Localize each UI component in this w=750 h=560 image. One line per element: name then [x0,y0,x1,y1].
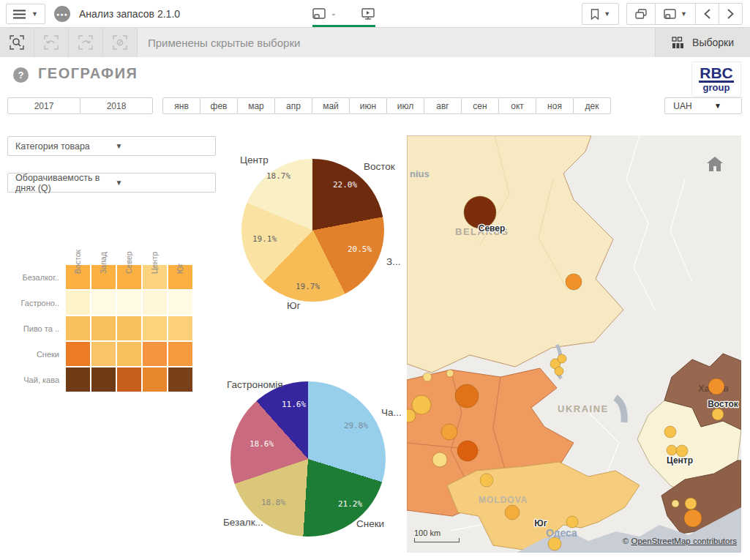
hm-cell-1-0[interactable] [65,290,91,316]
month-button-янв[interactable]: янв [162,97,200,114]
storytelling-button[interactable] [361,8,375,20]
osm-attribution-link[interactable]: OpenStreetMap contributors [631,537,737,545]
hm-cell-3-3[interactable] [142,341,168,367]
main-menu-button[interactable]: ▼ [6,4,45,24]
chevron-down-icon: ▼ [108,142,209,150]
sheet-selector-button[interactable]: ⌄ [312,8,337,19]
map-bubble[interactable] [457,441,478,461]
heatmap-chart[interactable]: ВостокЗападСеверЦентрЮгБезалког..Гастрон… [18,239,193,392]
month-button-окт[interactable]: окт [498,97,536,114]
map-bubble[interactable] [672,500,679,507]
heatmap-column-label: Восток [65,239,91,274]
month-button-мар[interactable]: мар [237,97,275,114]
hm-cell-1-4[interactable] [168,290,193,316]
map-bubble[interactable] [664,426,676,438]
map-bubble[interactable] [684,509,702,527]
month-button-сен[interactable]: сен [461,97,499,114]
currency-select[interactable]: UAH ▼ [664,97,742,114]
year-button-2017[interactable]: 2017 [7,97,80,114]
hm-cell-1-1[interactable] [91,290,116,316]
map-scale-bar [414,538,460,542]
map-bubble[interactable] [566,274,582,290]
next-sheet-button[interactable] [719,4,742,24]
hm-cell-2-4[interactable] [168,316,193,341]
clear-selections-button[interactable] [103,28,138,57]
hm-cell-4-1[interactable] [91,367,116,392]
month-button-фев[interactable]: фев [200,97,238,114]
map-bubble[interactable] [712,408,724,420]
map-label-moldova: MOLDOVA [479,495,528,505]
map-bubble[interactable] [505,505,520,520]
hm-cell-4-4[interactable] [168,367,193,392]
previous-sheet-button[interactable] [695,4,719,24]
month-button-ноя[interactable]: ноя [536,97,574,114]
geo-map[interactable]: niusBELARUSUKRAINEMOLDOVAОдесаХарків Сев… [407,135,741,553]
hm-cell-2-2[interactable] [116,316,142,341]
pie-regions-circle[interactable] [241,159,384,302]
hm-cell-4-3[interactable] [142,367,168,392]
month-button-июл[interactable]: июл [386,97,424,114]
hm-cell-1-2[interactable] [116,290,142,316]
map-bubble[interactable] [455,384,479,408]
category-dropdown[interactable]: Категория товара ▼ [7,136,216,156]
map-bubble[interactable] [555,367,563,376]
pie-value-label: 19.1% [252,234,277,244]
map-label-юг: Юг [534,518,547,529]
map-bubble[interactable] [441,424,457,440]
month-button-апр[interactable]: апр [274,97,312,114]
hm-cell-3-1[interactable] [91,341,116,367]
month-button-июн[interactable]: июн [349,97,387,114]
step-forward-icon [78,35,93,50]
map-bubble[interactable] [685,498,697,509]
hm-cell-3-0[interactable] [65,341,91,367]
turnover-dropdown[interactable]: Оборачиваемость в днях (Q) ▼ [7,173,216,193]
map-label-центр: Центр [667,455,693,466]
map-bubble[interactable] [412,395,431,414]
pie-value-label: 18.7% [266,171,290,181]
duplicate-sheet-button[interactable] [627,4,655,24]
map-bubble[interactable] [566,516,578,528]
heatmap-column-label: Центр [142,239,168,274]
month-button-дек[interactable]: дек [573,97,611,114]
selections-tool-button[interactable]: Выборки [655,28,750,57]
active-sheet-indicator [312,25,375,27]
month-button-авг[interactable]: авг [424,97,462,114]
chevron-left-icon [704,9,710,19]
smart-search-button[interactable] [0,28,34,57]
map-bubble[interactable] [432,452,447,467]
month-button-май[interactable]: май [312,97,350,114]
map-bubble[interactable] [558,354,566,363]
app-title: Анализ запасов 2.1.0 [79,8,180,20]
map-bubble[interactable] [667,445,677,455]
map-bubble[interactable] [423,373,432,381]
heatmap-row-label: Безалког.. [18,264,65,290]
hm-cell-3-4[interactable] [168,341,193,367]
heatmap-row-label: Гастроно.. [18,290,65,316]
turnover-dropdown-label: Оборачиваемость в днях (Q) [8,173,108,193]
map-bubble[interactable] [548,537,561,550]
hm-cell-3-2[interactable] [116,341,142,367]
map-bubble[interactable] [446,370,454,377]
hm-cell-2-0[interactable] [65,316,91,341]
map-label-nius: nius [410,168,430,179]
bookmarks-button[interactable]: ▼ [582,4,618,24]
hm-cell-2-3[interactable] [142,316,168,341]
selections-back-button[interactable] [34,28,69,57]
pie-value-label: 19.7% [296,282,320,291]
map-home-button[interactable] [706,156,724,172]
map-bubble[interactable] [480,474,493,487]
hm-cell-2-1[interactable] [91,316,116,341]
sheet-list-button[interactable]: ▼ [655,4,695,24]
pie-slice-label: Восток [364,161,395,172]
map-bubble[interactable] [708,378,724,395]
pie-slice-label: Центр [240,154,269,165]
help-button[interactable]: ? [13,67,29,83]
hm-cell-1-3[interactable] [142,290,168,316]
hm-cell-4-2[interactable] [116,367,142,392]
hm-cell-4-0[interactable] [65,367,91,392]
pie-value-label: 18.6% [250,439,274,449]
category-dropdown-label: Категория товара [8,141,108,152]
selections-forward-button[interactable] [69,28,103,57]
pie-categories-circle[interactable] [230,381,386,537]
year-button-2018[interactable]: 2018 [80,97,153,114]
